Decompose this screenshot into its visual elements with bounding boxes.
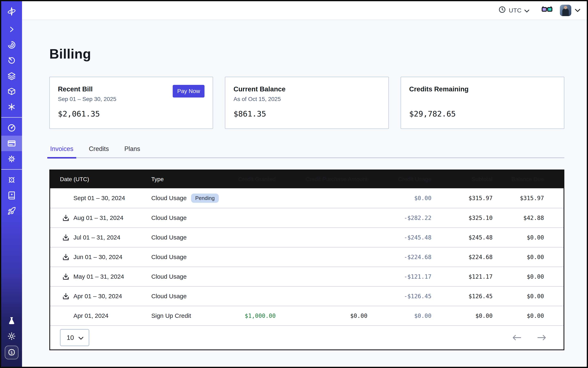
gear-icon[interactable] — [1, 151, 22, 167]
dollar-coin-icon[interactable]: $ — [5, 346, 18, 359]
sidebar-divider — [1, 117, 22, 118]
credit-usage-value: $0.00 — [367, 195, 431, 202]
column-header-balance-due: Balance Due — [493, 176, 563, 183]
balance-due-value: $315.97 — [493, 195, 563, 202]
rocket-icon[interactable] — [1, 203, 22, 219]
next-page-arrow-icon[interactable] — [536, 333, 547, 342]
tab-plans[interactable]: Plans — [124, 145, 141, 157]
pay-now-button[interactable]: Pay Now — [173, 85, 205, 98]
download-invoice-icon[interactable] — [62, 273, 69, 280]
topbar: UTC — [22, 1, 587, 20]
balance-due-value: $0.00 — [493, 254, 563, 260]
credits-remaining-amount: $29,782.65 — [409, 109, 556, 118]
table-row: Jun 01 – 30, 2024 Cloud Usage -$224.68 $… — [50, 247, 563, 267]
history-icon[interactable] — [1, 53, 22, 68]
subtotal-value: $224.68 — [431, 254, 493, 260]
page-title: Billing — [49, 46, 564, 62]
column-header-date: Date (UTC) — [50, 176, 148, 183]
invoice-table: Date (UTC) Type Credit Granted Credit Pu… — [49, 169, 564, 350]
chevron-right-icon[interactable] — [1, 22, 22, 37]
asterisk-icon[interactable] — [1, 99, 22, 115]
table-row: May 01 – 31, 2024 Cloud Usage -$121.17 $… — [50, 267, 563, 286]
invoice-type: Cloud Usage — [151, 293, 187, 300]
gauge-icon[interactable] — [1, 120, 22, 136]
invoice-type: Cloud Usage — [151, 254, 187, 260]
layers-icon[interactable] — [1, 68, 22, 84]
subtotal-value: $245.48 — [431, 234, 493, 241]
card-subtitle: As of Oct 15, 2025 — [234, 96, 285, 103]
orbit-logo-icon[interactable] — [1, 1, 22, 22]
download-invoice-icon[interactable] — [62, 254, 69, 260]
status-badge: Pending — [191, 193, 218, 203]
invoice-date: Jun 01 – 30, 2024 — [73, 254, 122, 260]
invoice-date: Sept 01 – 30, 2024 — [73, 195, 125, 202]
invoice-date: Apr 01 – 30, 2024 — [73, 293, 122, 300]
table-row: Sept 01 – 30, 2024 Cloud Usage Pending $… — [50, 188, 563, 208]
sun-icon[interactable] — [1, 328, 22, 344]
table-footer: 10 — [50, 325, 563, 350]
cube-icon[interactable] — [1, 84, 22, 99]
flask-icon[interactable] — [1, 313, 22, 328]
column-header-subtotal: Subtotal — [431, 176, 493, 183]
clock-icon — [498, 6, 506, 15]
sidebar-group-top — [1, 1, 22, 115]
balance-due-value: $0.00 — [493, 313, 563, 319]
chevron-down-icon — [79, 334, 83, 341]
sidebar-group-billing — [1, 120, 22, 167]
avatar[interactable] — [560, 5, 571, 16]
invoice-type: Cloud Usage — [151, 234, 187, 241]
credit-usage-value: $0.00 — [367, 313, 431, 319]
glasses-icon[interactable] — [542, 6, 552, 15]
table-row: Aug 01 – 31, 2024 Cloud Usage -$282.22 $… — [50, 208, 563, 228]
subtotal-value: $325.10 — [431, 215, 493, 221]
download-invoice-icon[interactable] — [62, 293, 69, 300]
column-header-credit-granted: Credit Granted — [238, 176, 276, 183]
credit-usage-value: -$224.68 — [367, 254, 431, 260]
recent-bill-card: Recent Bill Sep 01 – Sep 30, 2025 Pay No… — [49, 77, 213, 129]
card-title: Current Balance — [234, 85, 285, 93]
credit-purchase-amount-value: $0.00 — [276, 313, 367, 319]
invoice-date: Jul 01 – 31, 2024 — [73, 234, 120, 241]
invoice-date: Apr 01, 2024 — [73, 312, 109, 319]
invoice-date: May 01 – 31, 2024 — [73, 273, 124, 280]
invoice-type: Cloud Usage — [151, 195, 187, 202]
recent-bill-amount: $2,061.35 — [58, 109, 205, 118]
page-size-select[interactable]: 10 — [60, 329, 89, 346]
current-balance-card: Current Balance As of Oct 15, 2025 $861.… — [225, 77, 389, 129]
card-title: Recent Bill — [58, 85, 116, 93]
previous-page-arrow-icon[interactable] — [511, 333, 522, 342]
chevron-down-icon — [525, 7, 529, 14]
page-size-value: 10 — [67, 334, 74, 341]
tab-invoices[interactable]: Invoices — [49, 145, 74, 157]
invoice-table-body: Sept 01 – 30, 2024 Cloud Usage Pending $… — [50, 188, 563, 325]
chevron-down-icon[interactable] — [575, 9, 580, 12]
subtotal-value: $0.00 — [431, 313, 493, 319]
tab-credits[interactable]: Credits — [88, 145, 110, 157]
billing-tabs: Invoices Credits Plans — [49, 145, 564, 158]
invoice-type: Sign Up Credit — [151, 312, 191, 319]
table-row: Apr 01, 2024 Sign Up Credit $1,000.00 $0… — [50, 306, 563, 325]
credit-card-icon[interactable] — [1, 136, 22, 151]
column-header-credit-usage: Credit Usage — [367, 176, 431, 183]
subtotal-value: $121.17 — [431, 273, 493, 280]
main-area: UTC Billing — [22, 1, 587, 367]
credit-usage-value: -$121.17 — [367, 273, 431, 280]
helm-icon[interactable] — [1, 172, 22, 188]
book-sparkle-icon[interactable] — [1, 188, 22, 203]
invoice-table-header: Date (UTC) Type Credit Granted Credit Pu… — [50, 170, 563, 188]
credit-granted-value: $1,000.00 — [238, 313, 276, 319]
credit-usage-value: -$282.22 — [367, 215, 431, 221]
current-balance-amount: $861.35 — [234, 109, 380, 118]
timezone-selector[interactable]: UTC — [498, 6, 529, 15]
svg-text:$: $ — [10, 350, 13, 355]
invoice-type: Cloud Usage — [151, 273, 187, 280]
sidebar-divider — [1, 169, 22, 170]
download-invoice-icon[interactable] — [62, 234, 69, 241]
card-subtitle — [409, 96, 469, 103]
download-invoice-icon[interactable] — [62, 214, 69, 221]
observe-icon[interactable] — [1, 37, 22, 53]
balance-due-value: $0.00 — [493, 293, 563, 300]
credits-remaining-card: Credits Remaining $29,782.65 — [401, 77, 564, 129]
invoice-type: Cloud Usage — [151, 214, 187, 221]
balance-due-value: $0.00 — [493, 273, 563, 280]
